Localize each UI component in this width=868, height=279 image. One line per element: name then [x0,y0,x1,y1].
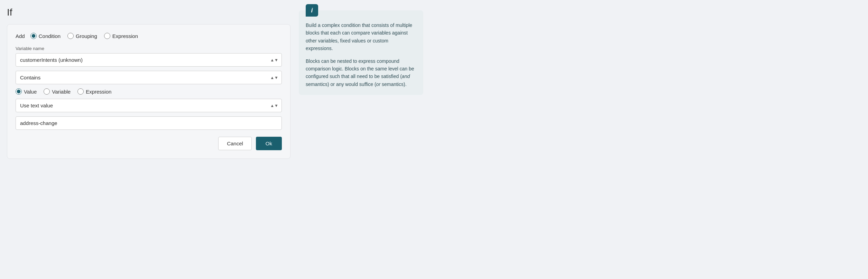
button-row: Cancel Ok [16,137,282,150]
radio-expression-vt-label: Expression [86,89,111,95]
add-label: Add [16,33,25,39]
add-radio-group: Condition Grouping Expression [30,33,138,39]
info-p2-suffix: semantics). [380,81,406,87]
info-p2-and: and [402,74,410,79]
radio-variable-input[interactable] [44,88,50,95]
variable-name-label: Variable name [16,46,282,51]
variable-name-select[interactable]: customerIntents (unknown) [16,53,282,67]
radio-value[interactable]: Value [16,88,37,95]
radio-expression[interactable]: Expression [104,33,138,39]
radio-grouping[interactable]: Grouping [67,33,97,39]
info-paragraph-1: Build a complex condition that consists … [306,21,416,52]
value-type-select-wrapper: Use text value ▲▼ [16,99,282,112]
radio-variable-label: Variable [52,89,71,95]
radio-expression-vt[interactable]: Expression [77,88,111,95]
radio-condition-label: Condition [39,33,61,39]
info-icon-container: i [306,4,318,17]
radio-expression-input[interactable] [104,33,110,39]
ok-button[interactable]: Ok [256,137,282,150]
info-paragraph-2: Blocks can be nested to express compound… [306,57,416,88]
operator-select[interactable]: Contains [16,71,282,84]
variable-name-wrapper: customerIntents (unknown) ▲▼ [16,53,282,67]
page-title: If [7,7,290,18]
operator-wrapper: Contains ▲▼ [16,71,282,84]
radio-expression-label: Expression [112,33,138,39]
value-type-row: Value Variable Expression [16,88,282,95]
right-panel: i Build a complex condition that consist… [299,7,423,95]
info-p2-middle: semantics) or any would suffice ( [306,81,376,87]
value-type-select[interactable]: Use text value [16,99,282,112]
info-bubble: i Build a complex condition that consist… [299,10,423,95]
info-text: Build a complex condition that consists … [306,21,416,88]
radio-value-input[interactable] [16,88,22,95]
info-p2-or: or [376,81,380,87]
radio-value-label: Value [24,89,37,95]
form-card: Add Condition Grouping Expression Variab… [7,24,290,159]
info-p2-prefix: Blocks can be nested to express compound… [306,58,414,79]
radio-condition-input[interactable] [30,33,37,39]
radio-grouping-input[interactable] [67,33,74,39]
add-row: Add Condition Grouping Expression [16,33,282,39]
radio-expression-vt-input[interactable] [77,88,84,95]
radio-grouping-label: Grouping [76,33,97,39]
radio-condition[interactable]: Condition [30,33,61,39]
cancel-button[interactable]: Cancel [218,137,252,150]
info-icon: i [306,4,318,17]
radio-variable[interactable]: Variable [44,88,71,95]
text-value-input[interactable] [16,116,282,130]
left-panel: If Add Condition Grouping Expression Var… [7,7,290,159]
